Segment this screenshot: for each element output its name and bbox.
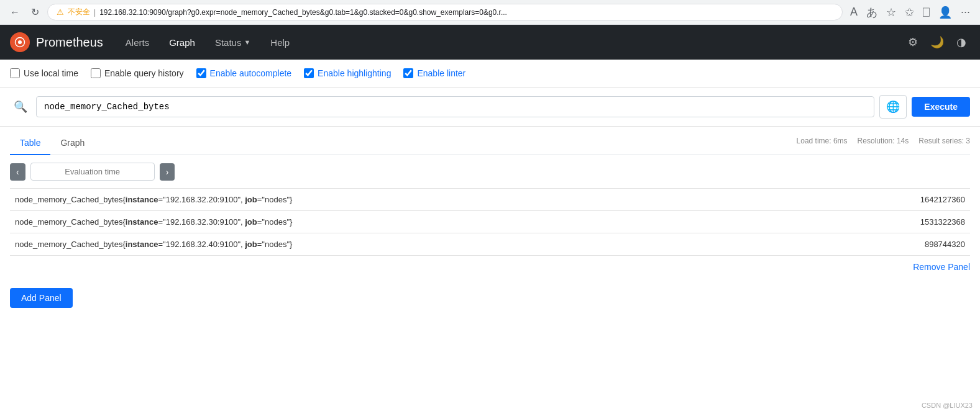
- value-cell: 1642127360: [816, 189, 970, 211]
- use-local-time-label: Use local time: [24, 68, 78, 78]
- load-time: Load time: 6ms: [797, 137, 848, 145]
- profile-icon[interactable]: 👤: [936, 3, 955, 22]
- result-meta: Load time: 6ms Resolution: 14s Result se…: [797, 137, 970, 150]
- tab-graph[interactable]: Graph: [50, 132, 94, 155]
- navbar: Prometheus Alerts Graph Status ▼ Help ⚙ …: [0, 25, 980, 60]
- execute-button[interactable]: Execute: [912, 97, 970, 117]
- resolution: Resolution: 14s: [858, 137, 909, 145]
- enable-query-history-input[interactable]: [91, 68, 101, 78]
- enable-highlighting-label: Enable highlighting: [318, 68, 391, 78]
- query-input-row: 🔍 🌐 Execute: [10, 95, 970, 119]
- value-cell: 898744320: [816, 233, 970, 256]
- eval-time-input[interactable]: [30, 163, 155, 181]
- refresh-button[interactable]: ↻: [27, 5, 42, 20]
- enable-autocomplete-input[interactable]: [196, 68, 206, 78]
- data-table: node_memory_Cached_bytes{instance="192.1…: [10, 188, 970, 256]
- brand-name: Prometheus: [36, 35, 103, 50]
- query-input[interactable]: [36, 96, 874, 117]
- value-cell: 1531322368: [816, 211, 970, 233]
- separator: |: [94, 8, 96, 17]
- theme-moon-button[interactable]: 🌙: [927, 32, 948, 53]
- enable-query-history-label: Enable query history: [104, 68, 184, 78]
- metric-cell: node_memory_Cached_bytes{instance="192.1…: [10, 233, 816, 256]
- svg-point-1: [18, 40, 22, 44]
- tabs: Table Graph: [10, 132, 94, 155]
- back-button[interactable]: ←: [7, 5, 22, 20]
- brand-icon: [10, 32, 30, 52]
- query-area: 🔍 🌐 Execute: [0, 88, 980, 127]
- settings-bar: Use local time Enable query history Enab…: [0, 60, 980, 88]
- use-local-time-input[interactable]: [10, 68, 20, 78]
- enable-query-history-checkbox[interactable]: Enable query history: [91, 68, 184, 78]
- nav-status[interactable]: Status ▼: [205, 26, 260, 59]
- bookmark-icon[interactable]: ☆: [884, 3, 899, 22]
- table-controls: ‹ ›: [10, 155, 970, 186]
- nav-alerts[interactable]: Alerts: [116, 26, 159, 59]
- table-row: node_memory_Cached_bytes{instance="192.1…: [10, 233, 970, 256]
- nav-right: ⚙ 🌙 ◑: [904, 32, 970, 53]
- reader-mode-icon[interactable]: A︎: [848, 3, 860, 21]
- metric-cell: node_memory_Cached_bytes{instance="192.1…: [10, 189, 816, 211]
- enable-linter-input[interactable]: [403, 68, 413, 78]
- table-row: node_memory_Cached_bytes{instance="192.1…: [10, 189, 970, 211]
- table-row: node_memory_Cached_bytes{instance="192.1…: [10, 211, 970, 233]
- warning-icon: ⚠: [57, 7, 64, 17]
- nav-help[interactable]: Help: [260, 26, 300, 59]
- search-icon: 🔍: [10, 100, 31, 114]
- nav-graph[interactable]: Graph: [159, 26, 205, 59]
- url-text: 192.168.32.10:9090/graph?g0.expr=node_me…: [99, 8, 833, 17]
- enable-highlighting-input[interactable]: [304, 68, 314, 78]
- use-local-time-checkbox[interactable]: Use local time: [10, 68, 78, 78]
- enable-autocomplete-label: Enable autocomplete: [210, 68, 292, 78]
- tabs-row: Table Graph Load time: 6ms Resolution: 1…: [10, 127, 970, 155]
- panel-footer: Remove Panel: [0, 256, 980, 278]
- enable-autocomplete-checkbox[interactable]: Enable autocomplete: [196, 68, 292, 78]
- cast-icon[interactable]: ⎕: [920, 3, 932, 21]
- navbar-brand: Prometheus: [10, 32, 103, 52]
- enable-linter-checkbox[interactable]: Enable linter: [403, 68, 465, 78]
- browser-chrome: ← ↻ ⚠ 不安全 | 192.168.32.10:9090/graph?g0.…: [0, 0, 980, 25]
- address-bar: ⚠ 不安全 | 192.168.32.10:9090/graph?g0.expr…: [47, 4, 843, 20]
- star-icon[interactable]: ✩: [902, 3, 917, 22]
- add-panel-button[interactable]: Add Panel: [10, 288, 73, 308]
- gear-button[interactable]: ⚙: [904, 32, 922, 53]
- theme-toggle-button[interactable]: ◑: [953, 32, 970, 53]
- enable-linter-label: Enable linter: [417, 68, 465, 78]
- eval-next-button[interactable]: ›: [160, 163, 175, 181]
- add-panel-area: Add Panel: [0, 278, 980, 318]
- remove-panel-button[interactable]: Remove Panel: [913, 262, 970, 272]
- translate-icon[interactable]: あ: [864, 2, 880, 22]
- globe-button[interactable]: 🌐: [879, 95, 907, 119]
- browser-action-buttons: A︎ あ ☆ ✩ ⎕ 👤 ···: [848, 2, 973, 22]
- enable-highlighting-checkbox[interactable]: Enable highlighting: [304, 68, 391, 78]
- nav-links: Alerts Graph Status ▼ Help: [116, 26, 904, 59]
- results-area: Table Graph Load time: 6ms Resolution: 1…: [0, 127, 980, 256]
- eval-prev-button[interactable]: ‹: [10, 163, 25, 181]
- tab-table[interactable]: Table: [10, 132, 50, 155]
- result-series: Result series: 3: [918, 137, 970, 145]
- menu-icon[interactable]: ···: [958, 3, 973, 21]
- metric-cell: node_memory_Cached_bytes{instance="192.1…: [10, 211, 816, 233]
- security-text: 不安全: [68, 7, 90, 17]
